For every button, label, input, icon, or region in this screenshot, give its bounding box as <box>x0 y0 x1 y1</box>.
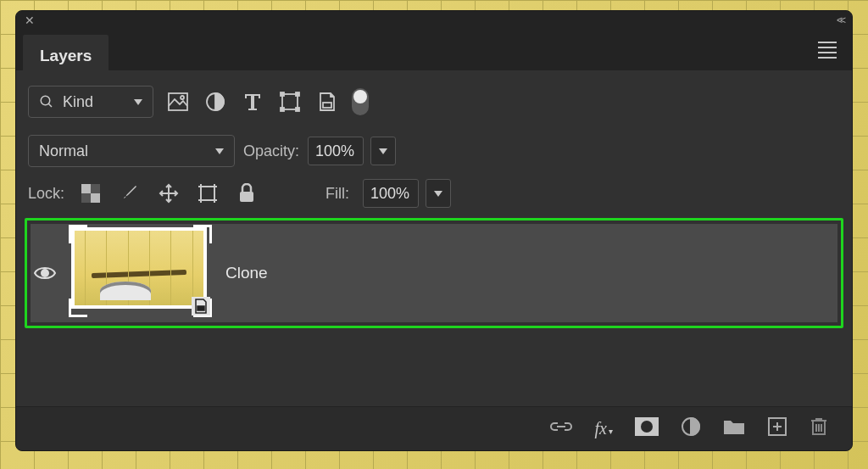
filter-pixel-icon[interactable] <box>165 89 191 114</box>
svg-rect-16 <box>201 187 214 200</box>
opacity-dropdown-button[interactable] <box>370 137 396 165</box>
layer-filter-row: Kind <box>16 70 852 126</box>
tab-layers[interactable]: Layers <box>23 35 108 70</box>
chevron-down-icon <box>134 99 142 105</box>
layer-thumbnail[interactable] <box>71 227 212 319</box>
blend-mode-value: Normal <box>39 142 88 160</box>
filter-smartobject-icon[interactable] <box>314 89 340 114</box>
svg-point-3 <box>181 96 184 99</box>
svg-rect-25 <box>240 192 253 202</box>
lock-artboard-icon[interactable] <box>195 181 220 206</box>
blend-mode-row: Normal Opacity: 100% <box>16 126 852 176</box>
filter-type-icon[interactable] <box>240 89 265 114</box>
svg-rect-7 <box>296 92 299 96</box>
smart-object-badge-icon <box>192 297 210 315</box>
filter-shape-icon[interactable] <box>277 89 303 114</box>
lock-position-icon[interactable] <box>156 181 181 206</box>
tutorial-highlight: Clone <box>25 218 843 328</box>
panel-menu-icon[interactable] <box>810 42 845 59</box>
chevron-down-icon <box>434 191 442 197</box>
layer-list: Clone <box>16 215 852 406</box>
lock-row: Lock: Fill: 100% <box>16 176 852 215</box>
opacity-control: 100% <box>308 137 396 165</box>
layer-name-label[interactable]: Clone <box>225 264 268 282</box>
svg-line-1 <box>48 103 52 107</box>
svg-point-26 <box>42 270 48 276</box>
search-icon <box>39 94 54 109</box>
new-adjustment-icon[interactable] <box>681 416 701 441</box>
layers-panel: ✕ << Layers Kind <box>15 10 853 451</box>
filter-kind-label: Kind <box>63 93 93 111</box>
opacity-label: Opacity: <box>243 142 299 160</box>
fill-input[interactable]: 100% <box>363 179 419 208</box>
link-layers-icon[interactable] <box>549 420 573 438</box>
chevron-down-icon <box>379 148 387 154</box>
panel-titlebar: ✕ << <box>16 11 852 30</box>
collapse-icon[interactable]: << <box>837 14 843 26</box>
panel-tab-row: Layers <box>16 30 852 70</box>
blend-mode-dropdown[interactable]: Normal <box>28 135 235 167</box>
visibility-toggle-icon[interactable] <box>32 265 58 281</box>
svg-rect-27 <box>198 306 204 310</box>
svg-rect-10 <box>323 103 331 108</box>
close-icon[interactable]: ✕ <box>25 14 35 27</box>
layer-actions-bar: fx▾ <box>16 406 852 450</box>
lock-all-icon[interactable] <box>234 181 259 206</box>
new-layer-icon[interactable] <box>767 416 787 441</box>
new-group-icon[interactable] <box>723 418 745 439</box>
chevron-down-icon <box>215 148 224 154</box>
fill-dropdown-button[interactable] <box>426 179 451 208</box>
layer-effects-button[interactable]: fx▾ <box>595 419 613 438</box>
svg-rect-6 <box>281 92 284 96</box>
svg-rect-9 <box>296 108 299 111</box>
svg-point-30 <box>641 421 653 433</box>
svg-point-0 <box>41 96 50 105</box>
fill-label: Fill: <box>326 185 349 203</box>
svg-rect-8 <box>281 108 284 111</box>
layer-row[interactable]: Clone <box>31 224 837 322</box>
add-mask-icon[interactable] <box>635 417 659 440</box>
fill-control: 100% <box>363 179 451 208</box>
filter-adjustment-icon[interactable] <box>203 89 228 114</box>
lock-brush-icon[interactable] <box>117 181 142 206</box>
delete-layer-icon[interactable] <box>810 416 828 441</box>
opacity-input[interactable]: 100% <box>308 137 364 165</box>
svg-rect-12 <box>81 184 91 193</box>
lock-transparency-icon[interactable] <box>78 181 103 206</box>
filter-toggle[interactable] <box>352 88 369 115</box>
filter-kind-dropdown[interactable]: Kind <box>28 86 153 118</box>
svg-rect-13 <box>91 193 100 203</box>
lock-label: Lock: <box>28 185 64 203</box>
